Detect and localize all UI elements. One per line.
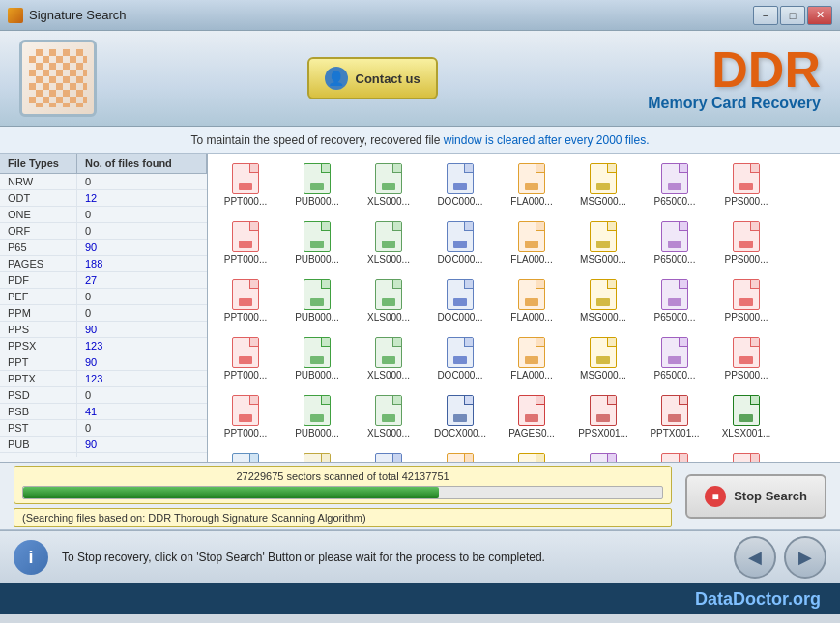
file-item[interactable]: PPS000...: [712, 215, 780, 269]
file-type-row[interactable]: PAGES 188: [0, 256, 207, 272]
file-type-row[interactable]: PPM 0: [0, 305, 207, 322]
file-item[interactable]: PPS000...: [712, 331, 780, 385]
file-item[interactable]: FLA000...: [498, 215, 565, 269]
file-type-row[interactable]: QXD 0: [0, 453, 207, 457]
file-item[interactable]: XLS000...: [355, 157, 422, 212]
file-item[interactable]: PPT000...: [212, 215, 279, 269]
file-item[interactable]: MSG000...: [569, 273, 637, 327]
file-item[interactable]: XLS000...: [355, 389, 422, 443]
file-item[interactable]: PPS000...: [712, 273, 780, 327]
file-icon-xlsx: [731, 393, 762, 428]
minimize-button[interactable]: −: [753, 6, 778, 25]
file-item[interactable]: DOCX000...: [426, 389, 494, 443]
file-types-list[interactable]: NRW 0 ODT 12 ONE 0 ORF 0 P65 90 PAGES 18…: [0, 174, 207, 457]
file-label: PUB000...: [295, 312, 339, 324]
file-item[interactable]: XLS000...: [355, 273, 422, 327]
file-item[interactable]: ZIP001...: [283, 447, 351, 462]
file-icon-ppsx: [588, 393, 619, 428]
file-label: XLS000...: [367, 254, 410, 266]
file-type-row[interactable]: PDF 27: [0, 272, 207, 289]
back-button[interactable]: ◀: [734, 536, 776, 579]
file-icon-ppt: [731, 451, 762, 462]
header: 👤 Contact us DDR Memory Card Recovery: [0, 31, 840, 127]
file-item[interactable]: XLS000...: [355, 215, 422, 269]
file-grid-panel[interactable]: PPT000... PUB000... XLS000... DOC000...: [208, 154, 840, 462]
file-item[interactable]: FLA000...: [426, 447, 494, 462]
file-type-row[interactable]: PST 0: [0, 420, 207, 437]
ft-name: PPSX: [0, 338, 77, 354]
file-item[interactable]: XLSX001...: [712, 389, 780, 443]
progress-bar-track: [22, 486, 663, 499]
file-item[interactable]: MSG000...: [498, 447, 565, 462]
file-item[interactable]: DOC000...: [426, 273, 494, 327]
status-bar: i To Stop recovery, click on 'Stop Searc…: [0, 530, 840, 583]
file-type-row[interactable]: P65 90: [0, 240, 207, 256]
file-item[interactable]: PAGES0...: [498, 389, 565, 443]
ft-count: 27: [77, 272, 104, 288]
file-item[interactable]: MSG000...: [569, 331, 637, 385]
file-item[interactable]: FLA000...: [498, 157, 565, 212]
file-type-row[interactable]: PPT 90: [0, 354, 207, 371]
file-item[interactable]: XLS000...: [355, 331, 422, 385]
file-type-row[interactable]: ORF 0: [0, 223, 207, 240]
file-item[interactable]: PUB000...: [283, 273, 351, 327]
file-item[interactable]: DOC000...: [426, 157, 494, 212]
file-item[interactable]: FLA000...: [498, 331, 565, 385]
file-icon-pub: [302, 393, 333, 428]
file-type-row[interactable]: PPTX 123: [0, 371, 207, 387]
file-type-row[interactable]: PSB 41: [0, 404, 207, 420]
file-item[interactable]: DOC000...: [426, 331, 494, 385]
close-button[interactable]: ✕: [807, 6, 832, 25]
ft-name: PSB: [0, 404, 77, 419]
file-type-row[interactable]: PPSX 123: [0, 338, 207, 354]
main-content: File Types No. of files found NRW 0 ODT …: [0, 154, 840, 463]
file-item[interactable]: DOC000...: [426, 215, 494, 269]
file-item[interactable]: PPT000...: [712, 447, 780, 462]
file-item[interactable]: PUB000...: [283, 389, 351, 443]
contact-button-label: Contact us: [356, 71, 420, 86]
file-item[interactable]: P65000...: [641, 273, 709, 327]
file-icon-p65: [588, 451, 619, 462]
file-item[interactable]: DOC000...: [355, 447, 422, 462]
contact-button[interactable]: 👤 Contact us: [307, 57, 438, 99]
file-type-row[interactable]: PSD 0: [0, 387, 207, 404]
file-type-row[interactable]: PUB 90: [0, 437, 207, 453]
file-item[interactable]: FLA000...: [498, 273, 565, 327]
file-item[interactable]: MSG000...: [569, 157, 637, 212]
file-type-row[interactable]: PEF 0: [0, 289, 207, 305]
forward-button[interactable]: ▶: [784, 536, 826, 579]
stop-search-button[interactable]: ■ Stop Search: [685, 474, 826, 519]
file-item[interactable]: P65000...: [641, 215, 709, 269]
file-item[interactable]: P65000...: [641, 157, 709, 212]
file-item[interactable]: P65000...: [641, 331, 709, 385]
file-type-row[interactable]: ODT 12: [0, 190, 207, 207]
brand-section: DDR Memory Card Recovery: [648, 44, 821, 112]
file-label: P65000...: [654, 196, 696, 208]
file-label: MSG000...: [580, 196, 626, 208]
file-type-row[interactable]: ONE 0: [0, 207, 207, 223]
file-item[interactable]: P65000...: [569, 447, 637, 462]
ft-count: 0: [77, 387, 99, 403]
file-item[interactable]: PPSX001...: [569, 389, 637, 443]
file-item[interactable]: PPS000...: [712, 157, 780, 212]
file-item[interactable]: PPS000...: [641, 447, 709, 462]
file-item[interactable]: PPTX001...: [641, 389, 709, 443]
footer-brand: DataDoctor.org: [0, 583, 840, 614]
file-type-row[interactable]: NRW 0: [0, 174, 207, 190]
ft-name: NRW: [0, 174, 77, 189]
ft-name: PPT: [0, 354, 77, 370]
maximize-button[interactable]: □: [780, 6, 805, 25]
file-item[interactable]: XPS001...: [212, 447, 279, 462]
file-icon-pub: [302, 277, 333, 312]
file-item[interactable]: PPT000...: [212, 273, 279, 327]
file-item[interactable]: PPT000...: [212, 389, 279, 443]
file-label: PPT000...: [224, 428, 267, 439]
file-item[interactable]: PPT000...: [212, 331, 279, 385]
file-type-row[interactable]: PPS 90: [0, 322, 207, 338]
file-item[interactable]: PUB000...: [283, 157, 351, 212]
ft-count: 123: [77, 371, 110, 386]
file-item[interactable]: PPT000...: [212, 157, 279, 212]
file-item[interactable]: PUB000...: [283, 331, 351, 385]
file-item[interactable]: MSG000...: [569, 215, 637, 269]
file-item[interactable]: PUB000...: [283, 215, 351, 269]
